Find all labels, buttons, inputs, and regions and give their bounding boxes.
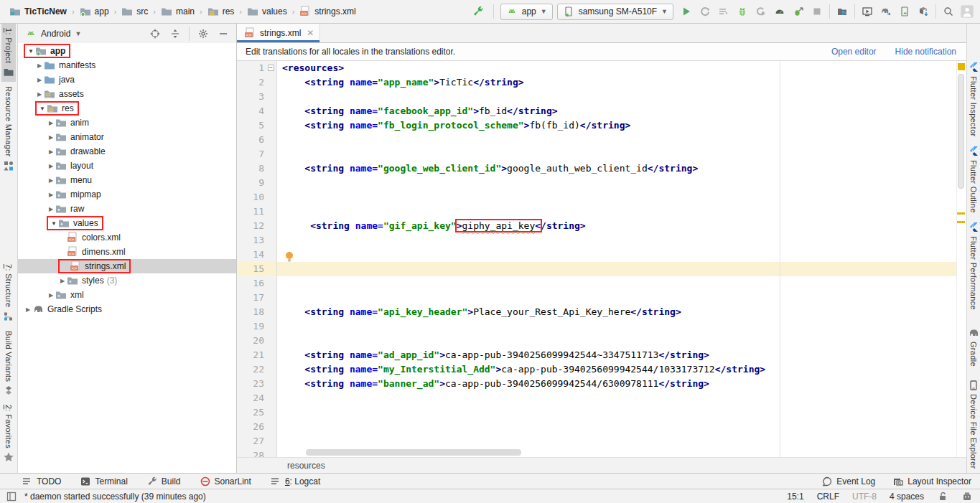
locate-file-button[interactable] [146,25,164,42]
sdk-manager-button[interactable] [915,3,932,20]
code-line-27[interactable]: 27 [237,434,956,448]
caret-position[interactable]: 15:1 [787,492,803,502]
tool-window-tab-todo[interactable]: TODO [22,476,61,487]
tool-window-button-flutter-inspector[interactable]: Flutter Inspector [966,57,980,141]
code-line-24[interactable]: 24 [237,391,956,405]
tree-item-java[interactable]: ▶java [18,72,236,87]
line-ending[interactable]: CRLF [817,492,839,502]
tree-item-layout[interactable]: ▶layout [18,159,236,173]
expand-arrow-icon[interactable]: ▶ [47,149,55,155]
build-hammer-icon[interactable] [470,3,487,20]
tool-window-tab-build[interactable]: Build [146,476,181,487]
code-line-25[interactable]: 25 [237,405,956,420]
profiler-button[interactable] [771,3,788,20]
expand-arrow-icon[interactable]: ▶ [24,306,32,313]
tool-window-button-resource-manager[interactable]: Resource Manager [1,82,16,175]
code-line-6[interactable]: 6 [237,133,956,147]
code-line-16[interactable]: 16 [237,276,956,291]
tree-item-values[interactable]: ▼values [18,216,236,230]
code-editor[interactable]: 1−<resources>2 <string name="app_name">T… [237,61,966,457]
breadcrumb-item-values[interactable]: values [245,4,289,19]
fold-marker[interactable]: − [268,65,274,71]
hide-notification-link[interactable]: Hide notification [895,47,956,57]
expand-arrow-icon[interactable]: ▶ [47,177,55,184]
tree-item-strings-xml[interactable]: <>strings.xml [18,259,236,273]
expand-arrow-icon[interactable]: ▶ [47,292,55,298]
run-configuration-select[interactable]: app ▼ [500,4,553,20]
tool-window-button-1-project[interactable]: 1: Project [1,24,16,82]
breadcrumb-item-src[interactable]: src [119,4,150,19]
tool-window-button-7-structure[interactable]: 7: Structure [1,260,16,326]
tree-item-colors-xml[interactable]: <>colors.xml [18,230,236,245]
expand-arrow-icon[interactable]: ▶ [35,91,44,98]
tree-item-dimens-xml[interactable]: <>dimens.xml [18,245,236,259]
tree-item-assets[interactable]: ▶assets [18,87,236,101]
tool-window-button-build-variants[interactable]: Build Variants [1,326,16,400]
tree-item-manifests[interactable]: ▶manifests [18,58,236,72]
code-line-11[interactable]: 11 [237,205,956,219]
tool-window-button-flutter-performance[interactable]: Flutter Performance [966,217,980,314]
code-line-18[interactable]: 18 <string name="api_key_header">Place_y… [237,305,956,319]
indent-setting[interactable]: 4 spaces [890,492,924,502]
collapse-all-button[interactable] [167,25,184,42]
profile-avatar[interactable] [958,3,976,20]
intention-bulb-icon[interactable] [284,250,295,263]
expand-arrow-icon[interactable]: ▶ [47,134,55,141]
horizontal-scrollbar-thumb[interactable] [306,449,521,456]
tool-window-tab-sonarlint[interactable]: SonarLint [200,476,251,487]
expand-arrow-icon[interactable]: ▶ [47,192,55,198]
debug-button[interactable] [734,3,751,20]
code-line-9[interactable]: 9 [237,176,956,190]
collapse-arrow-icon[interactable]: ▼ [27,48,35,55]
tree-item-mipmap[interactable]: ▶mipmap [18,187,236,202]
virtual-device-button[interactable] [859,3,876,20]
breadcrumb-item-res[interactable]: res [205,4,237,19]
code-line-3[interactable]: 3 [237,90,956,104]
apply-changes-button[interactable] [696,3,714,20]
code-line-2[interactable]: 2 <string name="app_name">TicTic</string… [237,75,956,90]
code-line-23[interactable]: 23 <string name="banner_ad">ca-app-pub-3… [237,377,956,391]
warning-mark[interactable] [957,221,965,223]
code-line-21[interactable]: 21 <string name="ad_app_id">ca-app-pub-3… [237,348,956,362]
breadcrumb-item-app[interactable]: app [78,4,111,19]
collapse-arrow-icon[interactable]: ▼ [50,220,58,227]
inspection-status-square[interactable] [958,63,965,70]
code-line-19[interactable]: 19 [237,319,956,334]
tool-window-button-flutter-outline[interactable]: Flutter Outline [966,141,980,217]
tool-window-tab-6-logcat[interactable]: 6: Logcat [270,476,320,487]
code-line-12[interactable]: 12 <string name="gif_api_key">giphy_api_… [237,219,956,233]
file-encoding[interactable]: UTF-8 [852,492,877,502]
settings-button[interactable] [195,25,212,42]
tree-item-anim[interactable]: ▶anim [18,116,236,130]
tree-item-raw[interactable]: ▶raw [18,202,236,216]
expand-arrow-icon[interactable]: ▶ [35,62,44,69]
tree-item-menu[interactable]: ▶menu [18,173,236,187]
expand-arrow-icon[interactable]: ▶ [35,77,44,83]
close-icon[interactable]: ✕ [307,28,314,38]
tool-window-tab-layout-inspector[interactable]: Layout Inspector [892,476,971,487]
breadcrumb-item-strings.xml[interactable]: <>strings.xml [297,4,358,19]
code-line-14[interactable]: 14 [237,248,956,262]
expand-arrow-icon[interactable]: ▶ [47,120,55,126]
tree-item-styles[interactable]: ▶styles (3) [18,273,236,288]
gradle-daemon-icon[interactable] [961,491,973,502]
tool-window-switcher-icon[interactable] [6,491,17,502]
tool-window-tab-event-log[interactable]: Event Log [821,476,875,487]
project-view-select[interactable]: Android ▼ [25,28,81,39]
code-line-26[interactable]: 26 [237,420,956,434]
tree-item-drawable[interactable]: ▶drawable [18,144,236,159]
tool-window-button-device-file-explorer[interactable]: Device File Explorer [966,375,980,473]
tree-item-res[interactable]: ▼res [18,101,236,116]
expand-arrow-icon[interactable]: ▶ [58,278,67,284]
run-button[interactable] [678,3,695,20]
attach-debugger-button[interactable] [790,3,807,20]
tree-item-xml[interactable]: ▶xml [18,288,236,302]
code-line-15[interactable]: 15 [237,262,956,276]
error-stripe-scrollbar[interactable] [956,61,966,457]
code-line-10[interactable]: 10 [237,190,956,205]
stop-button[interactable] [808,3,826,20]
tab-strings-xml[interactable]: <> strings.xml ✕ [237,24,320,42]
breadcrumb-resources[interactable]: resources [287,461,325,471]
lock-icon[interactable] [937,491,948,502]
tree-item-app[interactable]: ▼app [18,44,236,58]
